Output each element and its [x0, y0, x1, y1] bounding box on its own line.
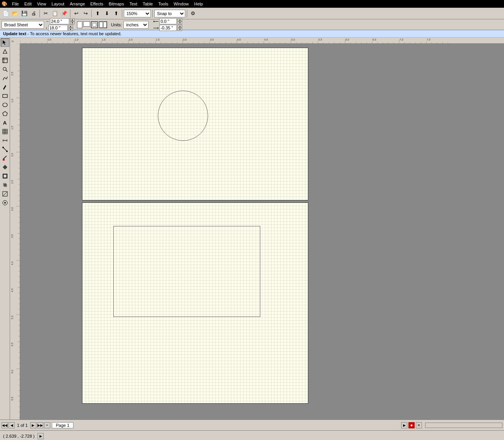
rectangle-tool[interactable] — [1, 92, 9, 100]
svg-line-28 — [3, 192, 7, 196]
x-icon: ⟵ — [153, 19, 159, 24]
portrait-icon[interactable] — [77, 21, 82, 28]
svg-text:4.5: 4.5 — [264, 38, 268, 41]
freehand-tool[interactable] — [1, 74, 9, 82]
page-tab[interactable]: Page 1 — [52, 422, 74, 428]
menu-bitmaps[interactable]: Bitmaps — [106, 1, 126, 7]
horizontal-scrollbar[interactable] — [425, 423, 502, 428]
outline-tool[interactable] — [1, 172, 9, 180]
dropper-tool[interactable] — [1, 154, 9, 163]
canvas-scroll[interactable] — [20, 44, 504, 419]
open-button[interactable]: 📂 — [11, 9, 19, 18]
svg-point-20 — [6, 151, 8, 152]
zoom-select[interactable]: 50% 75% 100% 150% 200% — [124, 10, 151, 17]
svg-text:6.0: 6.0 — [11, 370, 14, 373]
menu-layout[interactable]: Layout — [49, 1, 67, 7]
connector-tool[interactable] — [1, 145, 9, 154]
crop-tool[interactable] — [1, 56, 9, 65]
x-up[interactable]: ▲ — [178, 18, 182, 21]
y-down[interactable]: ▼ — [178, 28, 182, 31]
export-button[interactable]: ⬆ — [112, 9, 120, 18]
table-tool[interactable] — [1, 127, 9, 136]
menu-file[interactable]: File — [10, 1, 21, 7]
close-page-button[interactable]: ✕ — [416, 422, 422, 428]
stop-button[interactable]: ■ — [408, 422, 415, 428]
coord-display: ( 2.639 , -2.728 ) — [3, 434, 34, 438]
toolbar1: 📄 📂 💾 🖨 ✂ 📋 📌 ↩ ↪ ⬆ ⬇ ⬆ 50% 75% 100% 150… — [0, 8, 504, 19]
menu-edit[interactable]: Edit — [22, 1, 34, 7]
horizontal-ruler: 0.51.01.52.02.53.03.54.04.55.05.56.06.57… — [20, 38, 504, 44]
menu-table[interactable]: Table — [140, 1, 155, 7]
menu-effects[interactable]: Effects — [88, 1, 106, 7]
x-down[interactable]: ▼ — [178, 21, 182, 24]
svg-line-22 — [3, 156, 7, 159]
landscape-icon[interactable] — [83, 21, 90, 27]
text-tool[interactable]: A — [1, 118, 9, 127]
svg-text:5.0: 5.0 — [291, 38, 295, 41]
bleed-icon[interactable] — [91, 21, 98, 28]
units-select[interactable]: inches — [123, 21, 149, 29]
menu-arrange[interactable]: Arrange — [67, 1, 87, 7]
redo-button[interactable]: ↪ — [81, 9, 90, 18]
first-page-button[interactable]: ◀◀ — [2, 422, 8, 428]
prev-page-button[interactable]: ◀ — [9, 422, 15, 428]
facing-icon[interactable] — [99, 21, 107, 28]
ellipse-tool[interactable] — [1, 101, 9, 109]
menu-help[interactable]: Help — [192, 1, 205, 7]
play-button[interactable]: ▶ — [401, 422, 407, 428]
page-select[interactable]: Broad Sheet — [2, 21, 44, 29]
color-tool[interactable] — [1, 199, 9, 207]
transparency-tool[interactable] — [1, 190, 9, 198]
update-banner: Update text - To access newer features, … — [0, 30, 504, 38]
x-coord-input[interactable] — [159, 18, 177, 24]
menu-tools[interactable]: Tools — [156, 1, 171, 7]
last-page-button[interactable]: ▶▶ — [37, 422, 43, 428]
page-bottom — [82, 202, 308, 404]
svg-text:6.0: 6.0 — [345, 38, 349, 41]
undo-button[interactable]: ↩ — [72, 9, 80, 18]
shadow-tool[interactable] — [1, 181, 9, 189]
svg-text:3.5: 3.5 — [11, 234, 14, 238]
width-icon: ↔ — [46, 19, 49, 23]
svg-text:1.0: 1.0 — [75, 38, 79, 41]
copy-button[interactable]: 📋 — [51, 9, 59, 18]
selector-tool[interactable] — [1, 38, 9, 47]
height-up[interactable]: ▲ — [68, 25, 73, 28]
width-down[interactable]: ▼ — [70, 21, 75, 24]
update-message: - To access newer features, text must be… — [26, 31, 121, 36]
import-button[interactable]: ⬇ — [103, 9, 111, 18]
save-button[interactable]: 💾 — [20, 9, 29, 18]
print-button[interactable]: 🖨 — [29, 9, 38, 18]
fill-tool[interactable] — [1, 163, 9, 171]
options-button[interactable]: ⚙ — [189, 9, 197, 18]
paste-button[interactable]: 📌 — [60, 9, 68, 18]
svg-marker-0 — [3, 40, 6, 45]
y-up[interactable]: ▲ — [178, 25, 182, 28]
y-coord-input[interactable] — [159, 25, 177, 31]
menubar: 🎨 File Edit View Layout Arrange Effects … — [0, 0, 504, 8]
update-bold: Update text — [3, 31, 26, 36]
expand-button[interactable]: ▶ — [38, 433, 44, 439]
add-page-button[interactable]: + — [44, 422, 50, 428]
next-page-button[interactable]: ▶ — [30, 422, 36, 428]
artpen-tool[interactable] — [1, 83, 9, 91]
zoom-tool[interactable] — [1, 65, 9, 74]
polygon-tool[interactable] — [1, 110, 9, 118]
snap-select[interactable]: Snap to — [154, 10, 185, 17]
shape-tool[interactable] — [1, 47, 9, 56]
menu-view[interactable]: View — [35, 1, 49, 7]
menu-window[interactable]: Window — [171, 1, 191, 7]
svg-text:2.0: 2.0 — [11, 153, 14, 157]
pointer-button[interactable]: ⬆ — [93, 9, 102, 18]
height-down[interactable]: ▼ — [68, 28, 73, 31]
svg-text:2.5: 2.5 — [156, 38, 160, 41]
new-button[interactable]: 📄 — [2, 9, 10, 18]
separator1 — [39, 10, 40, 17]
height-input[interactable] — [48, 25, 68, 31]
width-input[interactable] — [50, 18, 69, 24]
width-up[interactable]: ▲ — [70, 18, 75, 21]
cut-button[interactable]: ✂ — [41, 9, 50, 18]
menu-text[interactable]: Text — [127, 1, 140, 7]
svg-rect-10 — [3, 129, 7, 134]
dimension-tool[interactable] — [1, 136, 9, 145]
